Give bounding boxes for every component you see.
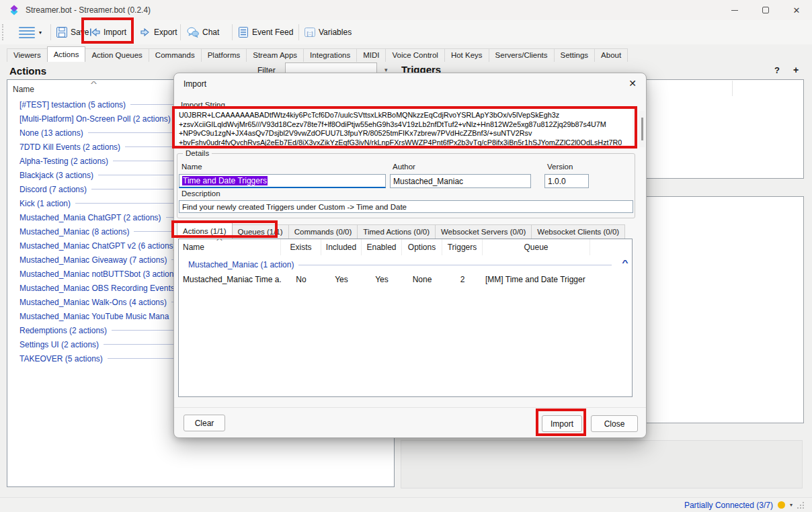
action-group-label: Settings UI (2 actions) (19, 340, 99, 349)
name-field[interactable]: Time and Date Triggers (179, 174, 386, 188)
resize-grip[interactable] (797, 502, 804, 509)
toolbar-separator (180, 24, 181, 40)
chat-label: Chat (202, 28, 219, 37)
dialog-tab[interactable]: Timed Actions (0/0) (357, 224, 436, 239)
action-group-label: None (13 actions) (19, 128, 83, 138)
dialog-tab[interactable]: Commands (0/0) (288, 224, 358, 239)
toolbar-grip[interactable] (2, 24, 5, 40)
dialog-close-action-button[interactable]: Close (591, 415, 638, 432)
column-header-triggers[interactable]: Triggers (442, 239, 483, 255)
svg-text:[::]: [::] (307, 30, 313, 36)
save-icon (56, 26, 68, 38)
import-string-line: +NP9vC9u1zgN+JX4asQv7Dsjbl2V9vwZdOFUU7L3… (179, 129, 622, 138)
maximize-button[interactable] (750, 0, 781, 20)
description-label: Description (181, 189, 220, 198)
action-group-label: Redemptions (2 actions) (19, 326, 107, 335)
table-group-row[interactable]: Mustached_Maniac (1 action) (179, 258, 614, 271)
scrollbar-thumb[interactable] (641, 118, 643, 140)
chevron-down-icon: ▾ (39, 30, 42, 36)
main-tab[interactable]: MIDI (356, 48, 386, 62)
maximize-icon (762, 7, 769, 13)
import-string-textarea[interactable]: U0JBRR+LCAAAAAAABADtfWtz4kiy6PcTcf6Do7/u… (177, 110, 633, 148)
toolbar-separator (298, 24, 299, 40)
chevron-down-icon[interactable]: ▾ (790, 502, 793, 508)
collapse-group-icon[interactable]: ^ (622, 259, 628, 267)
action-group-label: Blackjack (3 actions) (19, 171, 93, 180)
action-group-label: Mustached_Maniac (8 actions) (19, 227, 129, 237)
column-header-options[interactable]: Options (402, 239, 442, 255)
column-header-exists[interactable]: Exists (281, 239, 321, 255)
main-tab[interactable]: Stream Apps (246, 48, 304, 62)
main-tab[interactable]: About (594, 48, 628, 62)
add-trigger-button[interactable]: + (793, 65, 799, 75)
button-row-divider (174, 407, 646, 408)
cell-exists: No (281, 275, 321, 284)
main-tab[interactable]: Viewers (7, 48, 48, 62)
export-button[interactable]: Export (139, 20, 177, 44)
column-header-spare (590, 239, 632, 255)
main-tab[interactable]: Commands (149, 48, 202, 62)
dialog-tab[interactable]: Queues (1/1) (232, 224, 289, 239)
dialog-title: Import (184, 79, 206, 89)
group-divider-line (298, 265, 612, 265)
cell-queue: [MM] Time and Date Trigger (483, 275, 617, 284)
clear-button[interactable]: Clear (184, 415, 225, 431)
connection-status-text: Partially Connected (3/7) (684, 501, 773, 510)
main-tab[interactable]: Voice Control (385, 48, 444, 62)
action-group-label: Mustached_Maniac OBS Recording Events (19, 284, 175, 293)
import-string-line: +bvFshv0udr4fvQvchRvsAj2eEb7Ed/8iX3vxZik… (179, 138, 622, 148)
import-string-line: +zsvXciiGILqldWvjMr65///V93d18Cezv78te7f… (179, 120, 622, 130)
save-label: Save (71, 28, 89, 37)
dialog-close-button[interactable]: ✕ (628, 78, 637, 89)
dialog-tab[interactable]: Actions (1/1) (177, 222, 233, 239)
close-button[interactable]: ✕ (781, 0, 812, 20)
details-groupbox: Details Name Time and Date Triggers Auth… (177, 153, 635, 218)
table-row[interactable]: Mustached_Maniac Time a... No Yes Yes No… (179, 273, 632, 286)
close-icon: ✕ (793, 5, 801, 15)
event-feed-icon (237, 26, 249, 38)
hamburger-icon (19, 27, 35, 38)
column-header-included[interactable]: Included (321, 239, 362, 255)
main-tab[interactable]: Settings (554, 48, 596, 62)
column-header-enabled[interactable]: Enabled (362, 239, 402, 255)
main-tab[interactable]: Action Queues (85, 48, 149, 62)
version-field[interactable]: 1.0.0 (544, 174, 589, 188)
export-icon (139, 26, 151, 38)
import-dialog: Import ✕ Import String U0JBRR+LCAAAAAAAB… (173, 73, 647, 438)
column-header-name[interactable]: Name ^ (179, 239, 281, 255)
cell-triggers: 2 (442, 275, 483, 284)
main-tab[interactable]: Integrations (303, 48, 357, 62)
import-string-label: Import String (181, 101, 225, 109)
name-column-header[interactable]: Name (13, 85, 34, 94)
name-label: Name (181, 163, 202, 171)
event-feed-button[interactable]: Event Feed (237, 20, 293, 44)
main-tab[interactable]: Actions (47, 46, 86, 62)
main-tab-bar: Viewers Actions Action Queues Commands P… (7, 46, 627, 62)
chat-button[interactable]: Chat (186, 20, 219, 44)
minimize-button[interactable] (719, 0, 750, 20)
cell-name: Mustached_Maniac Time a... (179, 275, 281, 284)
dialog-tab[interactable]: Websocket Clients (0/0) (531, 224, 625, 239)
menu-button[interactable]: ▾ (19, 20, 42, 44)
main-tab[interactable]: Servers/Clients (489, 48, 555, 62)
action-group-label: Discord (7 actions) (19, 185, 87, 194)
dialog-import-button[interactable]: Import (542, 415, 582, 432)
action-group-label: Alpha-Testing (2 actions) (19, 157, 108, 166)
main-tab[interactable]: Platforms (201, 48, 247, 62)
column-divider (732, 81, 733, 96)
author-field[interactable]: Mustached_Maniac (390, 174, 531, 188)
action-group-label: Mustached_Maniac Giveaway (7 actions) (19, 255, 167, 265)
action-group-label: 7DTD Kill Events (2 actions) (19, 142, 120, 152)
save-button[interactable]: Save (56, 20, 89, 44)
action-group-label: Mustached_Maniac notBUTTSbot (3 actions) (19, 269, 180, 279)
variables-button[interactable]: [::] Variables (304, 20, 352, 44)
export-label: Export (154, 28, 177, 37)
column-header-queue[interactable]: Queue (483, 239, 590, 255)
import-button[interactable]: Import (89, 20, 126, 44)
bottom-right-panel (401, 440, 803, 488)
dialog-tab[interactable]: Websocket Servers (0/0) (435, 224, 532, 239)
main-tab[interactable]: Hot Keys (444, 48, 489, 62)
description-field[interactable]: Find your newly created Triggers under C… (179, 200, 633, 213)
help-button[interactable]: ? (774, 65, 780, 75)
sort-ascending-icon: ^ (91, 81, 97, 88)
